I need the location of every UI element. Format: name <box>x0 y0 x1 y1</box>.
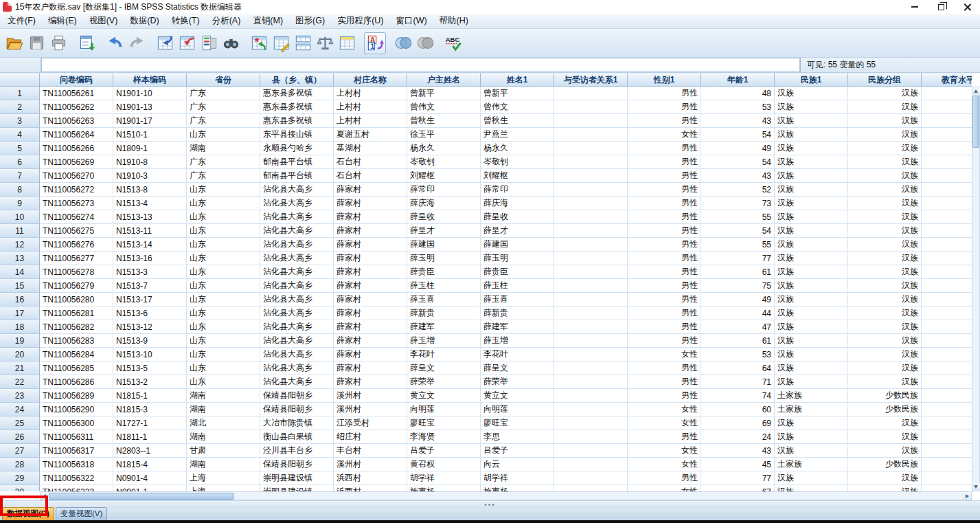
menu-item[interactable]: 数据(D) <box>124 13 165 29</box>
data-cell[interactable]: 薛建军 <box>407 320 481 334</box>
data-cell[interactable]: 溪州村 <box>334 458 407 471</box>
close-button[interactable] <box>954 0 980 14</box>
data-cell[interactable]: 薛呈收 <box>407 210 481 224</box>
data-cell[interactable] <box>554 265 628 279</box>
data-cell[interactable]: 薛呈文 <box>407 361 481 375</box>
column-header[interactable]: 问卷编码 <box>40 73 113 87</box>
data-cell[interactable]: 浜西村 <box>334 471 407 485</box>
data-cell[interactable]: 54 <box>701 128 775 142</box>
save-button[interactable] <box>25 32 47 54</box>
data-cell[interactable]: N1513-4 <box>113 197 187 210</box>
data-cell[interactable]: 广东 <box>187 114 260 128</box>
data-cell[interactable]: 汉族 <box>848 114 922 128</box>
data-cell[interactable]: 汉族 <box>775 265 848 279</box>
data-cell[interactable] <box>922 293 972 307</box>
data-cell[interactable]: 山东 <box>187 224 260 238</box>
show-all-variables-button[interactable] <box>414 32 436 54</box>
data-cell[interactable]: 薛家村 <box>334 224 407 238</box>
scroll-right-button[interactable] <box>964 492 971 500</box>
data-cell[interactable]: TN110056300 <box>40 416 113 430</box>
data-cell[interactable]: TN110056317 <box>40 444 113 458</box>
row-number[interactable]: 14 <box>0 265 40 279</box>
data-cell[interactable]: 基湖村 <box>334 142 407 155</box>
data-cell[interactable]: 丰台村 <box>334 444 407 458</box>
open-file-button[interactable] <box>3 32 25 54</box>
data-cell[interactable]: 男性 <box>628 197 701 210</box>
data-cell[interactable]: 汉族 <box>848 128 922 142</box>
data-cell[interactable] <box>554 403 628 416</box>
data-cell[interactable]: 汉族 <box>775 334 848 348</box>
data-cell[interactable]: 薛荣举 <box>481 375 554 389</box>
data-cell[interactable]: 曾秋生 <box>407 114 481 128</box>
data-cell[interactable]: 土家族 <box>775 403 848 416</box>
data-cell[interactable]: 43 <box>701 169 775 183</box>
data-cell[interactable]: 男性 <box>628 334 701 348</box>
data-cell[interactable]: 薛家村 <box>334 293 407 307</box>
data-cell[interactable]: TN110056281 <box>40 307 113 320</box>
data-cell[interactable] <box>922 458 972 471</box>
data-cell[interactable]: 汉族 <box>775 197 848 210</box>
column-header[interactable]: 教育水平 <box>922 73 972 87</box>
data-cell[interactable]: 永顺县勺哈乡 <box>260 142 334 155</box>
data-cell[interactable]: 沾化县大高乡 <box>260 375 334 389</box>
data-cell[interactable]: 男性 <box>628 224 701 238</box>
data-cell[interactable]: TN110056264 <box>40 128 113 142</box>
data-cell[interactable]: 汉族 <box>848 238 922 252</box>
data-cell[interactable]: 汉族 <box>775 224 848 238</box>
data-cell[interactable]: 女性 <box>628 485 701 491</box>
data-cell[interactable]: N1513-12 <box>113 320 187 334</box>
data-cell[interactable]: 汉族 <box>848 375 922 389</box>
data-cell[interactable]: 男性 <box>628 361 701 375</box>
menu-item[interactable]: 编辑(E) <box>42 13 83 29</box>
data-cell[interactable]: 上村村 <box>334 87 407 100</box>
data-cell[interactable] <box>922 238 972 252</box>
data-cell[interactable]: 山东 <box>187 265 260 279</box>
data-cell[interactable]: 77 <box>701 471 775 485</box>
data-cell[interactable]: 溪州村 <box>334 389 407 403</box>
data-cell[interactable]: 汉族 <box>848 471 922 485</box>
data-cell[interactable]: 薛家村 <box>334 334 407 348</box>
data-cell[interactable]: 52 <box>701 183 775 197</box>
data-cell[interactable]: 施惠杨 <box>481 485 554 491</box>
menu-item[interactable]: 转换(T) <box>166 13 206 29</box>
data-cell[interactable]: 少数民族 <box>848 403 922 416</box>
data-cell[interactable]: 上村村 <box>334 114 407 128</box>
data-cell[interactable]: 向云 <box>481 458 554 471</box>
row-number[interactable]: 15 <box>0 279 40 293</box>
data-cell[interactable]: 沾化县大高乡 <box>260 279 334 293</box>
data-cell[interactable]: 曾伟文 <box>481 100 554 114</box>
data-cell[interactable]: 保靖县阳朝乡 <box>260 458 334 471</box>
data-cell[interactable]: 汉族 <box>848 265 922 279</box>
data-cell[interactable]: N1815-3 <box>113 403 187 416</box>
data-cell[interactable]: TN110056289 <box>40 389 113 403</box>
row-number[interactable]: 17 <box>0 307 40 320</box>
data-cell[interactable]: 山东 <box>187 128 260 142</box>
scroll-left-button[interactable] <box>41 492 48 500</box>
data-cell[interactable]: TN110056262 <box>40 100 113 114</box>
data-cell[interactable]: 薛家村 <box>334 320 407 334</box>
data-cell[interactable]: 湖南 <box>187 458 260 471</box>
row-number[interactable]: 25 <box>0 416 40 430</box>
data-cell[interactable]: 汉族 <box>775 87 848 100</box>
data-cell[interactable]: 男性 <box>628 320 701 334</box>
data-cell[interactable]: N1513-2 <box>113 375 187 389</box>
data-cell[interactable]: 薛常印 <box>481 183 554 197</box>
data-cell[interactable]: 山东 <box>187 197 260 210</box>
row-number[interactable]: 2 <box>0 100 40 114</box>
data-cell[interactable]: TN110056278 <box>40 265 113 279</box>
data-cell[interactable] <box>922 430 972 444</box>
data-cell[interactable]: 薛建国 <box>481 238 554 252</box>
data-cell[interactable] <box>554 375 628 389</box>
data-cell[interactable]: 山东 <box>187 334 260 348</box>
data-cell[interactable]: 山东 <box>187 348 260 361</box>
row-number[interactable]: 10 <box>0 210 40 224</box>
data-cell[interactable]: 汉族 <box>775 210 848 224</box>
data-cell[interactable]: 75 <box>701 279 775 293</box>
data-cell[interactable]: 衡山县白果镇 <box>260 430 334 444</box>
data-cell[interactable]: 64 <box>701 361 775 375</box>
column-header[interactable]: 省份 <box>187 73 260 87</box>
data-cell[interactable]: TN110056318 <box>40 458 113 471</box>
data-cell[interactable]: 薛家村 <box>334 375 407 389</box>
data-cell[interactable]: 汉族 <box>848 169 922 183</box>
data-cell[interactable]: 汉族 <box>848 155 922 169</box>
